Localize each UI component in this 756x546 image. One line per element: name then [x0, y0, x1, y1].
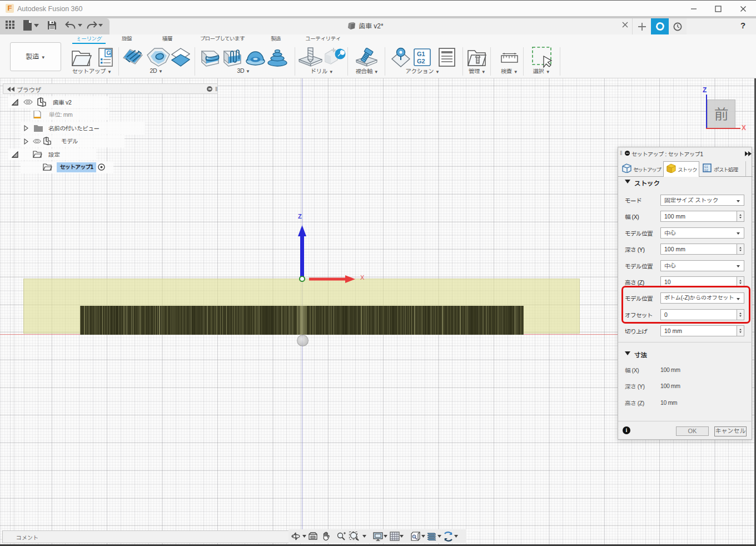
svg-text:G2: G2 [704, 168, 708, 172]
svg-text:G2: G2 [417, 58, 425, 64]
svg-text:G: G [107, 50, 111, 56]
svg-text:G1: G1 [417, 51, 425, 57]
